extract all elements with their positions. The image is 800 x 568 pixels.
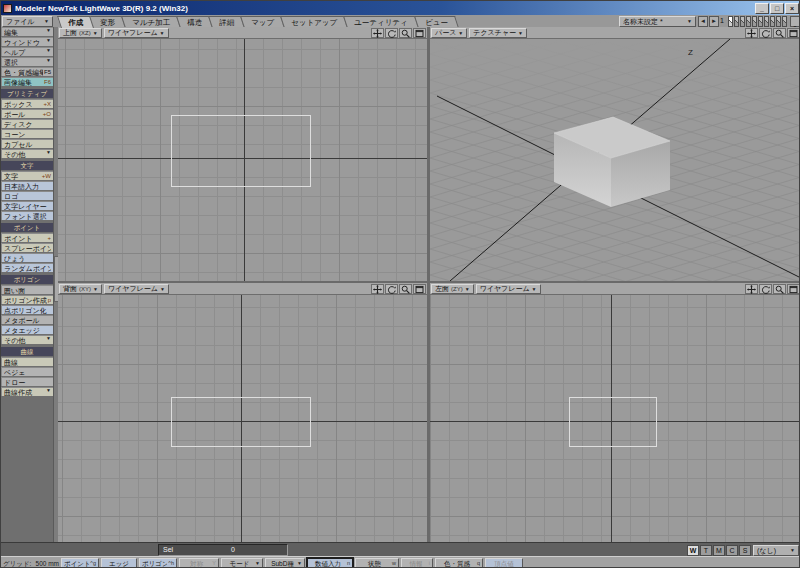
layer-tab-1[interactable] — [728, 16, 733, 27]
rotate-icon[interactable] — [385, 284, 398, 294]
sidebar-item-文字レイヤー[interactable]: 文字レイヤー — [1, 201, 53, 210]
viewport-view-selector[interactable]: 上面(XZ)▼ — [59, 28, 102, 38]
pan-icon[interactable] — [371, 284, 384, 294]
bottom-SubD種-button[interactable]: SubD種▼ — [265, 558, 305, 568]
vmap-C-button[interactable]: C — [726, 545, 738, 556]
viewport-canvas-top[interactable] — [58, 39, 427, 281]
viewport-mode-selector[interactable]: テクスチャー▼ — [469, 28, 527, 38]
bottom-エッジ-button[interactable]: エッジ — [101, 558, 137, 568]
bottom-色・質感-button[interactable]: 色・質感q — [435, 558, 483, 568]
viewport-view-selector[interactable]: 左面(ZY)▼ — [431, 284, 474, 294]
pan-icon[interactable] — [371, 28, 384, 38]
viewport-mode-selector[interactable]: ワイヤフレーム▼ — [104, 28, 169, 38]
layer-tab-7[interactable] — [764, 16, 769, 27]
sidebar-item-びょう[interactable]: びょう — [1, 253, 53, 262]
zoom-icon[interactable] — [773, 28, 786, 38]
layer-tab-9[interactable] — [776, 16, 781, 27]
zoom-icon[interactable] — [773, 284, 786, 294]
viewport-canvas-back[interactable] — [58, 295, 427, 542]
layer-tab-5[interactable] — [752, 16, 757, 27]
layer-tab-8[interactable] — [770, 16, 775, 27]
pan-icon[interactable] — [745, 28, 758, 38]
tab-0[interactable]: 作成 — [57, 16, 94, 28]
dropdown-arrow-icon: ▼ — [46, 150, 51, 158]
maximize-button[interactable]: □ — [770, 3, 784, 14]
viewport-canvas-perspective[interactable]: Z — [430, 39, 800, 281]
viewport-horizontal-divider[interactable] — [58, 281, 800, 283]
layer-tab-3[interactable] — [740, 16, 745, 27]
sidebar-item-ウィンドウ[interactable]: ウィンドウ▼ — [1, 37, 53, 46]
layer-tab-10[interactable] — [782, 16, 787, 27]
minimize-button[interactable]: _ — [755, 3, 769, 14]
layer-tabs — [728, 16, 787, 27]
bottom-状態-button[interactable]: 状態w — [355, 558, 399, 568]
layer-tab-6[interactable] — [758, 16, 763, 27]
viewport-view-selector[interactable]: パース▼ — [431, 28, 467, 38]
layer-list-dropdown[interactable]: ▼ — [790, 16, 800, 27]
sidebar-item-選択[interactable]: 選択▼ — [1, 57, 53, 66]
maximize-icon[interactable] — [787, 28, 800, 38]
sidebar-item-カプセル[interactable]: カプセル — [1, 139, 53, 148]
sidebar-item-ドロー[interactable]: ドロー — [1, 377, 53, 386]
sidebar-item-コーン[interactable]: コーン — [1, 129, 53, 138]
bottom-対称-button[interactable]: 対称Y — [179, 558, 219, 568]
sidebar-item-曲線[interactable]: 曲線 — [1, 357, 53, 366]
close-button[interactable]: × — [785, 3, 799, 14]
vmap-M-button[interactable]: M — [713, 545, 725, 556]
bottom-ポイント-button[interactable]: ポイント^g — [61, 558, 99, 568]
zoom-icon[interactable] — [399, 28, 412, 38]
vmap-T-button[interactable]: T — [700, 545, 712, 556]
sidebar-item-ヘルプ[interactable]: ヘルプ▼ — [1, 47, 53, 56]
rotate-icon[interactable] — [759, 284, 772, 294]
viewport-vertical-divider[interactable] — [427, 27, 430, 542]
sidebar-item-ロゴ[interactable]: ロゴ — [1, 191, 53, 200]
viewport-mode-selector[interactable]: ワイヤフレーム▼ — [476, 284, 541, 294]
sidebar-item-メタボール[interactable]: メタボール — [1, 315, 53, 324]
dropdown-arrow-icon: ▼ — [46, 38, 51, 46]
sidebar-item-その他[interactable]: その他▼ — [1, 149, 53, 158]
viewport-view-selector[interactable]: 背面(XY)▼ — [59, 284, 102, 294]
sidebar-item-メタエッジ[interactable]: メタエッジ — [1, 325, 53, 334]
sidebar-item-文字[interactable]: 文字+W — [1, 171, 53, 180]
sidebar-item-ボックス[interactable]: ボックス+X — [1, 99, 53, 108]
sidebar-item-スプレーポイント[interactable]: スプレーポイント — [1, 243, 53, 252]
bottom-数値入力-button[interactable]: 数値入力n — [307, 558, 353, 568]
maximize-icon[interactable] — [413, 284, 426, 294]
sidebar-item-ディスク[interactable]: ディスク — [1, 119, 53, 128]
rotate-icon[interactable] — [759, 28, 772, 38]
zoom-icon[interactable] — [399, 284, 412, 294]
sidebar-item-ベジェ[interactable]: ベジェ — [1, 367, 53, 376]
sidebar-item-点ポリゴン化[interactable]: 点ポリゴン化 — [1, 305, 53, 314]
layer-tab-2[interactable] — [734, 16, 739, 27]
sidebar-item-ランダムポイント[interactable]: ランダムポイント — [1, 263, 53, 272]
sidebar-item-日本語入力[interactable]: 日本語入力 — [1, 181, 53, 190]
next-layer-button[interactable]: ► — [709, 16, 719, 27]
sidebar-item-ボール[interactable]: ボール+O — [1, 109, 53, 118]
viewport-mode-selector[interactable]: ワイヤフレーム▼ — [104, 284, 169, 294]
maximize-icon[interactable] — [787, 284, 800, 294]
sidebar-item-ポリゴン作成[interactable]: ポリゴン作成p — [1, 295, 53, 304]
rotate-icon[interactable] — [385, 28, 398, 38]
layer-tab-4[interactable] — [746, 16, 751, 27]
bottom-情報-button[interactable]: 情報i — [401, 558, 433, 568]
file-menu-button[interactable]: ファイル▼ — [2, 16, 53, 27]
prev-layer-button[interactable]: ◄ — [698, 16, 708, 27]
sidebar-item-編集[interactable]: 編集▼ — [1, 27, 53, 36]
sidebar-item-画像編集[interactable]: 画像編集F6 — [1, 77, 53, 86]
viewport-canvas-left[interactable] — [430, 295, 800, 542]
sidebar-item-その他[interactable]: その他▼ — [1, 335, 53, 344]
bottom-頂点値-button[interactable]: 頂点値 — [485, 558, 523, 568]
vmap-selector[interactable]: (なし)▼ — [753, 545, 799, 556]
sidebar-item-ポイント[interactable]: ポイント+ — [1, 233, 53, 242]
sidebar-item-フォント選択[interactable]: フォント選択 — [1, 211, 53, 220]
bottom-モード-button[interactable]: モード▼ — [221, 558, 263, 568]
maximize-icon[interactable] — [413, 28, 426, 38]
vmap-W-button[interactable]: W — [687, 545, 699, 556]
bottom-ポリゴン-button[interactable]: ポリゴン^h — [139, 558, 177, 568]
pan-icon[interactable] — [745, 284, 758, 294]
object-selector[interactable]: 名称未設定 *▼ — [619, 16, 696, 27]
sidebar-item-囲い面[interactable]: 囲い面 — [1, 285, 53, 294]
vmap-S-button[interactable]: S — [739, 545, 751, 556]
sidebar-item-色・質感編集[interactable]: 色・質感編集F5 — [1, 67, 53, 76]
sidebar-item-曲線作成[interactable]: 曲線作成▼ — [1, 387, 53, 396]
